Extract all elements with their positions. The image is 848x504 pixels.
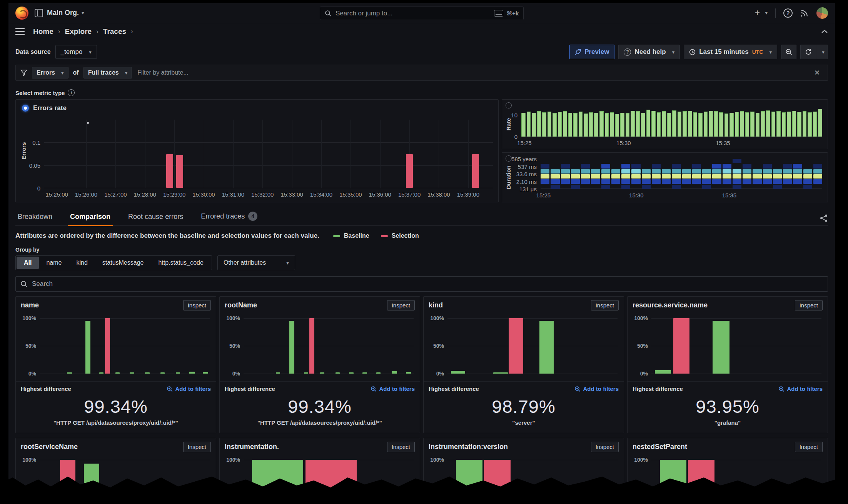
breadcrumb-home[interactable]: Home: [33, 27, 53, 36]
rate-panel[interactable]: Rate 10015:2515:3015:35: [502, 99, 828, 149]
inspect-button[interactable]: Inspect: [387, 300, 415, 310]
group-by-option-http.status_code[interactable]: http.status_code: [151, 257, 210, 269]
breadcrumb-explore[interactable]: Explore: [65, 27, 92, 36]
radio-unselected-icon[interactable]: [506, 155, 512, 162]
baseline-bar: [336, 372, 340, 374]
gridline: [651, 374, 821, 374]
inspect-button[interactable]: Inspect: [795, 442, 823, 452]
org-switcher[interactable]: Main Org.: [47, 9, 79, 17]
group-by-option-name[interactable]: name: [39, 257, 69, 269]
tab-breakdown[interactable]: Breakdown: [15, 210, 55, 225]
inspect-button[interactable]: Inspect: [591, 300, 619, 310]
share-icon[interactable]: [820, 214, 828, 222]
time-range-picker[interactable]: Last 15 minutes UTC ▾: [684, 45, 777, 59]
heatmap-cell: [733, 185, 741, 189]
filter-scope-select[interactable]: Errors ▾: [32, 67, 68, 78]
refresh-interval-dropdown[interactable]: ▾: [816, 45, 828, 59]
group-by-option-kind[interactable]: kind: [69, 257, 95, 269]
preview-button[interactable]: Preview: [569, 45, 614, 59]
global-search[interactable]: ⌘+k: [320, 7, 524, 20]
errors-rate-radio-row[interactable]: Errors rate: [22, 104, 67, 112]
attribute-search[interactable]: [15, 276, 828, 292]
grafana-logo-icon[interactable]: [15, 7, 28, 20]
errors-rate-panel[interactable]: Errors rate Errors 0.10.05015:25:0015:26…: [15, 99, 499, 202]
rate-bar: [537, 111, 541, 137]
inspect-button[interactable]: Inspect: [183, 442, 211, 452]
heatmap-cell: [561, 164, 570, 168]
org-icon: [35, 9, 43, 17]
filter-target-select[interactable]: Full traces ▾: [83, 67, 132, 78]
baseline-bar: [713, 321, 729, 374]
data-source-select[interactable]: _tempo ▾: [55, 45, 97, 59]
clear-filters-icon[interactable]: ✕: [811, 67, 823, 78]
breadcrumb-traces[interactable]: Traces: [103, 27, 126, 36]
heatmap-cell: [571, 174, 580, 179]
radio-unselected-icon[interactable]: [506, 102, 512, 108]
legend-item-selection[interactable]: Selection: [381, 232, 419, 239]
comparison-description-row: Attributes are ordered by the difference…: [15, 232, 828, 240]
heatmap-cell: [591, 169, 600, 174]
other-attributes-select[interactable]: Other attributes ▾: [217, 255, 295, 270]
heatmap-cell: [813, 169, 822, 174]
heatmap-column: [763, 159, 772, 189]
tab-comparison[interactable]: Comparison: [68, 210, 113, 225]
baseline-bar: [289, 321, 294, 374]
need-help-button[interactable]: ? Need help ▾: [618, 45, 680, 59]
attribute-card-resource-service-name: resource.service.nameInspect100%50%0%Hig…: [627, 296, 828, 433]
add-to-filters-link[interactable]: Add to filters: [778, 386, 823, 392]
heatmap-cell: [551, 174, 559, 179]
y-tick-label: 100%: [22, 315, 36, 321]
add-to-filters-link[interactable]: Add to filters: [167, 386, 211, 392]
heatmap-cell: [591, 159, 600, 163]
help-icon[interactable]: ?: [783, 8, 793, 18]
global-search-input[interactable]: [335, 9, 491, 18]
info-icon[interactable]: i: [68, 89, 75, 96]
group-by-option-statusmessage[interactable]: statusMessage: [95, 257, 151, 269]
rate-bar: [818, 109, 822, 137]
add-to-filters-link[interactable]: Add to filters: [371, 386, 415, 392]
heatmap-cell: [631, 179, 640, 184]
inspect-button[interactable]: Inspect: [183, 300, 211, 310]
duration-panel[interactable]: Duration 585 years537 ms33.6 ms2.10 ms13…: [502, 152, 828, 202]
tab-errored-traces[interactable]: Errored traces4: [199, 209, 260, 225]
rate-bar: [563, 111, 567, 137]
add-menu-button[interactable]: + ▾: [755, 8, 768, 18]
heatmap-cell: [551, 179, 559, 184]
zoom-out-button[interactable]: [781, 45, 796, 59]
rocket-icon: [575, 49, 581, 55]
x-tick-label: 15:32:00: [251, 191, 274, 198]
inspect-button[interactable]: Inspect: [795, 300, 823, 310]
heatmap-cell: [662, 179, 671, 184]
search-icon: [325, 10, 331, 17]
gridline: [447, 374, 618, 374]
tab-root-cause-errors[interactable]: Root cause errors: [126, 210, 185, 225]
user-avatar[interactable]: [816, 7, 828, 19]
rate-bar: [724, 113, 729, 137]
metric-type-section: Select metric type i: [15, 89, 828, 96]
group-by-option-all[interactable]: All: [17, 257, 39, 269]
heatmap-cell: [672, 164, 681, 168]
app-window: Main Org. ▾ ⌘+k + ▾ ? Home › Explore › T…: [8, 3, 835, 504]
card-plot: 100%50%0%: [651, 318, 821, 374]
heatmap-cell: [551, 185, 559, 189]
filter-attribute-input[interactable]: [137, 69, 806, 77]
attribute-card-rootname: rootNameInspect100%50%0%Highest differen…: [219, 296, 420, 433]
inspect-button[interactable]: Inspect: [387, 442, 415, 452]
add-to-filters-link[interactable]: Add to filters: [574, 386, 619, 392]
legend-item-baseline[interactable]: Baseline: [333, 232, 369, 239]
heatmap-cell: [621, 185, 630, 189]
other-attributes-label: Other attributes: [224, 259, 266, 266]
heatmap-cell: [733, 179, 741, 184]
news-rss-icon[interactable]: [800, 9, 809, 17]
highest-difference-value: 93.95%: [633, 396, 823, 417]
refresh-button[interactable]: [800, 45, 816, 59]
y-tick-label: 100%: [634, 315, 648, 321]
preview-label: Preview: [584, 48, 609, 56]
attribute-search-input[interactable]: [31, 280, 823, 288]
menu-icon[interactable]: [15, 28, 25, 35]
collapse-chevron-up-icon[interactable]: [821, 29, 828, 34]
heatmap-cell: [541, 174, 549, 179]
inspect-button[interactable]: Inspect: [591, 442, 619, 452]
radio-selected-icon[interactable]: [22, 105, 29, 112]
heatmap-cell: [702, 179, 711, 184]
